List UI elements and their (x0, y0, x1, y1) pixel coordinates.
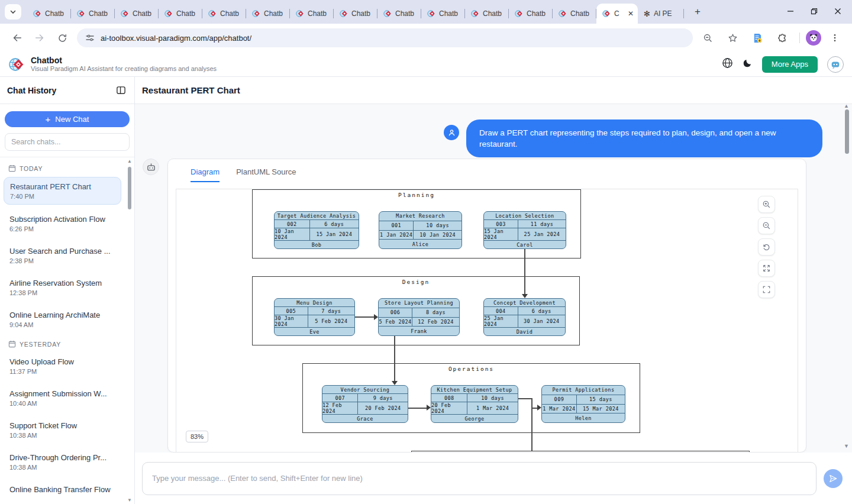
reload-button[interactable] (53, 28, 72, 47)
user-message-bubble: Draw a PERT chart representing the steps… (466, 119, 822, 157)
browser-tab[interactable]: Chatb (377, 4, 421, 24)
pert-task-vendor-sourcing: Vendor Sourcing 0079 days 12 Feb 202420 … (322, 385, 408, 423)
scroll-up-icon[interactable]: ▲ (844, 104, 849, 109)
vp-favicon (559, 9, 567, 18)
new-tab-button[interactable]: + (690, 4, 705, 20)
forward-button[interactable] (30, 28, 49, 47)
pert-task-location-selection: Location Selection 00311 days 15 Jan 202… (483, 211, 566, 249)
close-window-button[interactable] (834, 8, 841, 17)
browser-tab[interactable]: Chatb (159, 4, 202, 24)
zoom-level-badge: 83% (186, 431, 208, 442)
arrowhead (537, 405, 541, 411)
edge-vendor-to-kitchen (408, 408, 427, 409)
assistant-response-card: Diagram PlantUML Source 83% Planning Des… (167, 159, 806, 453)
browser-tab[interactable]: Chatb (27, 4, 71, 24)
browser-tab-bar: Chatb Chatb Chatb Chatb Chatb Chatb Chat… (0, 0, 852, 24)
divider (799, 33, 800, 43)
browser-tab[interactable]: Chatb (334, 4, 377, 24)
arrowhead (427, 405, 431, 411)
chat-item[interactable]: Airline Reservation System 12:38 PM (4, 274, 121, 301)
extensions-puzzle-icon[interactable] (773, 28, 792, 47)
diagram-viewport[interactable]: 83% Planning Design Operations (176, 189, 798, 453)
chat-item[interactable]: Online Learning ArchiMate 9:04 AM (4, 306, 121, 332)
language-globe-icon[interactable] (722, 57, 733, 71)
tab-diagram[interactable]: Diagram (191, 167, 220, 182)
tab-plantuml-source[interactable]: PlantUML Source (236, 167, 296, 182)
chat-item[interactable]: Subscription Activation Flow 6:26 PM (4, 210, 121, 237)
scroll-down-icon[interactable]: ▼ (127, 497, 132, 503)
browser-tab-ai-pe[interactable]: ✻ AI PE (638, 4, 684, 24)
message-input[interactable] (142, 462, 816, 495)
vp-favicon (252, 9, 260, 18)
browser-tab[interactable]: Chatb (290, 4, 334, 24)
new-chat-button[interactable]: +New Chat (5, 111, 130, 127)
chatbot-avatar-icon[interactable] (827, 56, 844, 73)
pert-task-target-audience-analysis: Target Audience Analysis 0026 days 10 Ja… (274, 211, 359, 249)
arrowhead (392, 381, 398, 385)
zoom-out-page-icon[interactable] (698, 28, 717, 47)
fullscreen-button[interactable] (758, 281, 775, 298)
calendar-icon (8, 164, 16, 172)
chat-item[interactable]: Drive-Through Ordering Pr... 10:38 AM (4, 448, 121, 475)
chat-item[interactable]: Video Upload Flow 11:37 PM (4, 353, 121, 379)
chat-item[interactable]: Assignment Submission W... 10:40 AM (4, 385, 121, 411)
browser-menu-icon[interactable] (825, 28, 844, 47)
scrollbar-thumb[interactable] (128, 167, 131, 209)
pert-chart: Planning Design Operations (176, 189, 798, 453)
edge-kitchen-to-permit (531, 398, 532, 408)
bookmark-star-icon[interactable] (723, 28, 742, 47)
sidebar-scrollbar[interactable]: ▲ ▼ (126, 159, 133, 503)
section-header-today: TODAY (4, 162, 121, 177)
chat-item[interactable]: Restaurant PERT Chart 7:40 PM (4, 177, 121, 205)
edge-menu-to-layout (355, 316, 375, 318)
search-chats-input[interactable] (5, 133, 130, 151)
zoom-in-button[interactable] (758, 196, 775, 213)
browser-tab[interactable]: Chatb (71, 4, 115, 24)
pert-task-menu-design: Menu Design 0057 days 30 Jan 20245 Feb 2… (274, 298, 355, 336)
scroll-down-icon[interactable]: ▼ (844, 443, 849, 449)
url-input[interactable]: ai-toolbox.visual-paradigm.com/app/chatb… (77, 28, 693, 47)
reading-list-icon[interactable] (748, 28, 767, 47)
restore-button[interactable] (811, 8, 818, 17)
browser-tab[interactable]: Chatb (465, 4, 509, 24)
vp-favicon (515, 9, 523, 18)
close-tab-icon[interactable]: ✕ (626, 9, 635, 18)
tab-search-chevron-button[interactable] (5, 4, 21, 20)
reset-view-button[interactable] (758, 238, 775, 256)
chat-scrollbar-thumb[interactable] (845, 109, 849, 154)
browser-tab[interactable]: Chatb (509, 4, 553, 24)
zoom-out-button[interactable] (758, 217, 775, 234)
calendar-icon (8, 340, 16, 348)
back-button[interactable] (8, 28, 27, 47)
browser-tab-active[interactable]: C ✕ (596, 4, 638, 24)
ai-pe-favicon: ✻ (644, 9, 650, 18)
minimize-button[interactable] (787, 8, 794, 17)
browser-tab[interactable]: Chatb (202, 4, 246, 24)
browser-tab[interactable]: Chatb (553, 4, 596, 24)
chat-item[interactable]: Online Banking Transfer Flow (4, 480, 121, 499)
chat-item[interactable]: Support Ticket Flow 10:38 AM (4, 416, 121, 443)
browser-tab[interactable]: Chatb (246, 4, 290, 24)
edge-kitchen-to-permit (518, 398, 532, 399)
vp-favicon (471, 9, 479, 18)
vp-favicon (208, 9, 217, 18)
send-button[interactable] (824, 469, 843, 488)
fit-expand-button[interactable] (758, 260, 775, 277)
vp-favicon (77, 9, 85, 18)
arrowhead (522, 294, 528, 298)
app-title: Chatbot (31, 56, 217, 65)
browser-tab[interactable]: Chatb (115, 4, 159, 24)
browser-actions (696, 28, 846, 47)
collapse-panel-icon[interactable] (114, 84, 127, 97)
vp-favicon (296, 9, 304, 18)
profile-avatar[interactable] (806, 30, 821, 46)
result-tabs: Diagram PlantUML Source (168, 159, 806, 182)
edge-to-next-group (531, 408, 532, 451)
scroll-up-icon[interactable]: ▲ (127, 159, 132, 164)
browser-tab[interactable]: Chatb (421, 4, 465, 24)
more-apps-button[interactable]: More Apps (762, 56, 818, 73)
vp-favicon (602, 9, 611, 18)
vp-favicon (164, 9, 173, 18)
chat-item[interactable]: User Search and Purchase ... 2:38 PM (4, 242, 121, 269)
dark-mode-moon-icon[interactable] (743, 58, 753, 70)
